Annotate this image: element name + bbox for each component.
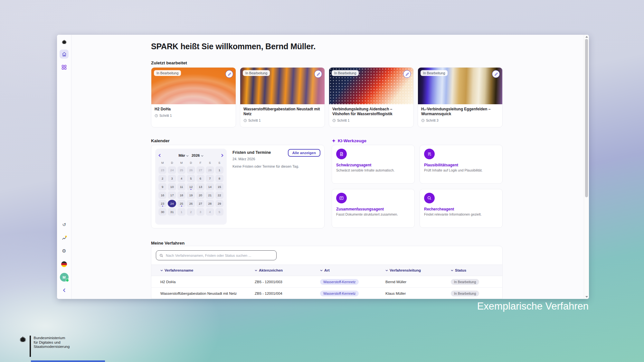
calendar-day[interactable]: 7 — [206, 175, 214, 182]
calendar-day[interactable]: 15 — [215, 183, 223, 190]
vertical-scrollbar[interactable] — [584, 35, 589, 299]
calendar-day[interactable]: 23 — [158, 200, 166, 207]
calendar-day[interactable]: 24 — [168, 166, 176, 174]
ki-tool-card[interactable]: Rechercheagent Findet relevante Informat… — [420, 189, 503, 228]
calendar-day[interactable]: 2 — [187, 208, 195, 216]
chevron-down-icon — [186, 153, 189, 157]
ki-tool-card[interactable]: Schwärzungsagent Schwärzt sensible Inhal… — [332, 145, 415, 184]
column-header-verfahrensname[interactable]: Verfahrensname — [151, 268, 246, 272]
chevron-left-icon — [158, 154, 161, 157]
calendar-day[interactable]: 27 — [196, 200, 204, 207]
month-value: Mär — [178, 153, 185, 157]
calendar-day[interactable]: 5 — [215, 208, 223, 216]
calendar-day[interactable]: 16 — [158, 191, 166, 199]
calendar-day[interactable]: 22 — [215, 191, 223, 199]
calendar-day[interactable]: 25 — [177, 200, 185, 207]
scroll-up-arrow-icon[interactable] — [585, 36, 588, 38]
calendar-day[interactable]: 4 — [206, 208, 214, 216]
calendar-day[interactable]: 13 — [196, 183, 204, 190]
calendar-day[interactable]: 23 — [158, 166, 166, 174]
weekday-label: S — [206, 161, 214, 165]
calendar-day[interactable]: 18 — [177, 191, 185, 199]
search-input[interactable] — [165, 253, 273, 258]
calendar-day[interactable]: 20 — [196, 191, 204, 199]
user-avatar[interactable]: M — [60, 273, 69, 282]
event-dot — [162, 206, 163, 207]
sidebar-item-activity[interactable] — [60, 233, 69, 242]
calendar-day[interactable]: 1 — [215, 166, 223, 174]
sidebar-item-home[interactable] — [60, 50, 69, 59]
calendar-day[interactable]: 28 — [206, 166, 214, 174]
sidebar-collapse-button[interactable] — [60, 286, 69, 295]
sidebar-item-apps[interactable] — [60, 63, 69, 72]
calendar-day[interactable]: 28 — [206, 200, 214, 207]
calendar-prev-button[interactable] — [158, 154, 161, 157]
recent-procedure-card[interactable]: In Bearbeitung Wasserstoffübergabestatio… — [240, 67, 325, 127]
scroll-down-arrow-icon[interactable] — [585, 296, 588, 298]
column-header-status[interactable]: Status — [442, 268, 502, 272]
calendar-day[interactable]: 14 — [206, 183, 214, 190]
calendar-day[interactable]: 26 — [187, 166, 195, 174]
show-all-button[interactable]: Alle anzeigen — [288, 149, 321, 157]
pencil-icon — [227, 72, 232, 76]
table-row[interactable]: H2 DoHa ZB5 - 12001/003 Wasserstoff-Kern… — [151, 276, 502, 288]
selected-date-label: 24. März 2026 — [232, 157, 320, 161]
calendar-day[interactable]: 5 — [187, 175, 195, 182]
slide-caption: Exemplarische Verfahren — [477, 301, 589, 312]
sidebar-item-history[interactable]: ↺ — [60, 220, 69, 229]
calendar-day[interactable]: 3 — [168, 175, 176, 182]
year-select[interactable]: 2026 — [192, 153, 204, 157]
calendar-day[interactable]: 21 — [206, 191, 214, 199]
calendar-day[interactable]: 19 — [187, 191, 195, 199]
recent-procedure-card[interactable]: In Bearbeitung H2 DoHa Schritt 1 — [151, 67, 236, 127]
recent-procedure-card[interactable]: In Bearbeitung H₂-Verbindungsleitung Egg… — [418, 67, 503, 127]
table-row[interactable]: Wasserstoffübergabestation Neustadt mit … — [151, 288, 502, 299]
card-body: Verbindungsleitung Aidenbach – Vilshofen… — [329, 104, 413, 125]
art-pill: Wasserstoff-Kernnetz — [320, 279, 359, 285]
column-header-aktenzeichen[interactable]: Aktenzeichen — [246, 268, 311, 272]
calendar-day[interactable]: 31 — [168, 208, 176, 216]
ki-tool-title: Plausibilitätsagent — [424, 163, 498, 167]
online-status-dot — [66, 279, 69, 282]
step-label: Schritt 1 — [337, 118, 350, 122]
calendar-day[interactable]: 11 — [177, 183, 185, 190]
scrollbar-thumb[interactable] — [585, 39, 588, 197]
ki-tool-card[interactable]: Zusammenfassungsagent Fasst Dokumente st… — [332, 189, 415, 228]
edit-button[interactable] — [403, 70, 411, 78]
ki-tools-grid: Schwärzungsagent Schwärzt sensible Inhal… — [332, 145, 503, 228]
calendar-day[interactable]: 12 — [187, 183, 195, 190]
column-header-verfahrensleitung[interactable]: Verfahrensleitung — [376, 268, 442, 272]
calendar-day[interactable]: 30 — [158, 208, 166, 216]
ki-tool-card[interactable]: Plausibilitätsagent Prüft Inhalte auf Lo… — [420, 145, 503, 184]
calendar-day[interactable]: 2 — [158, 175, 166, 182]
calendar-day[interactable]: 3 — [196, 208, 204, 216]
calendar-day[interactable]: 8 — [215, 175, 223, 182]
calendar-day[interactable]: 10 — [168, 183, 176, 190]
sidebar-item-language[interactable] — [60, 260, 69, 269]
status-pill: In Bearbeitung — [451, 279, 479, 285]
step-label: Schritt 1 — [248, 118, 261, 122]
recent-procedure-card[interactable]: In Bearbeitung Verbindungsleitung Aidenb… — [329, 67, 414, 127]
calendar-day[interactable]: 6 — [196, 175, 204, 182]
weekday-label: M — [177, 161, 185, 165]
chevron-down-icon — [320, 270, 323, 271]
calendar-day[interactable]: 17 — [168, 191, 176, 199]
edit-button[interactable] — [225, 70, 233, 78]
edit-button[interactable] — [314, 70, 322, 78]
edit-button[interactable] — [492, 70, 500, 78]
chevron-left-icon — [63, 288, 66, 292]
calendar-day[interactable]: 26 — [187, 200, 195, 207]
cell-verfahrensname: H2 DoHa — [151, 280, 246, 284]
column-header-art[interactable]: Art — [311, 268, 376, 272]
calendar-next-button[interactable] — [221, 154, 223, 157]
month-select[interactable]: Mär — [178, 153, 188, 157]
sidebar-item-settings[interactable]: ⚙ — [60, 246, 69, 255]
calendar-day[interactable]: 29 — [215, 200, 223, 207]
calendar-day[interactable]: 1 — [177, 208, 185, 216]
calendar-day[interactable]: 25 — [177, 166, 185, 174]
pencil-icon — [316, 72, 320, 76]
calendar-day[interactable]: 9 — [158, 183, 166, 190]
calendar-day[interactable]: 4 — [177, 175, 185, 182]
calendar-day-selected[interactable]: 24 — [168, 200, 176, 207]
calendar-day[interactable]: 27 — [196, 166, 204, 174]
